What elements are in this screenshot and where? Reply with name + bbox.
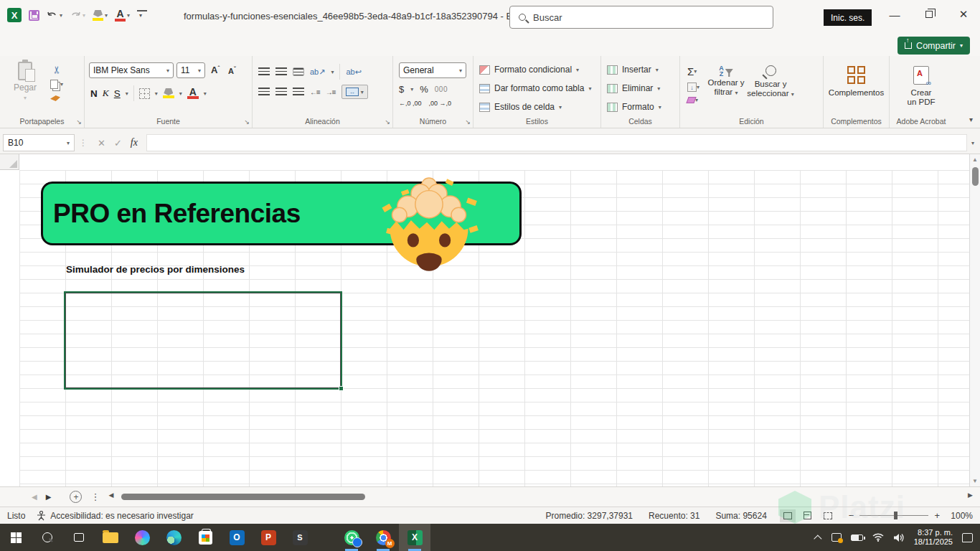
horizontal-scroll-thumb[interactable] [121,494,365,500]
cancel-icon[interactable]: ✕ [98,138,105,149]
clipboard-dialog-launcher[interactable]: ↘ [76,118,82,126]
scroll-up-icon[interactable]: ▲ [970,156,980,163]
excel-logo-icon[interactable]: X [7,8,22,22]
enter-icon[interactable]: ✓ [114,138,122,149]
align-center-button[interactable] [275,88,287,96]
wrap-text-button[interactable]: ab↩ [346,67,361,77]
previous-sheet-icon[interactable]: ◀ [32,493,37,501]
next-sheet-icon[interactable]: ▶ [46,493,52,501]
font-name-combo[interactable]: IBM Plex Sans▾ [89,62,174,78]
insert-function-icon[interactable]: fx [131,137,138,149]
page-layout-view-button[interactable] [800,509,816,522]
decrease-indent-button[interactable]: ←≡ [310,88,320,96]
taskbar-clock[interactable]: 8:37 p. m. 18/11/2025 [914,528,953,547]
font-color-quick-button[interactable]: A ▾ [115,9,130,22]
insert-cells-button[interactable]: Insertar▾ [601,60,679,79]
increase-indent-button[interactable]: →≡ [326,88,336,96]
copy-button[interactable]: ▾ [50,80,63,89]
restore-button[interactable] [913,0,946,29]
font-color-button[interactable]: A [187,88,199,99]
align-middle-button[interactable] [275,67,287,76]
collapse-ribbon-icon[interactable]: ▾ [969,116,973,123]
vertical-scrollbar[interactable]: ▲ ▼ [969,154,980,486]
zoom-level[interactable]: 100% [946,511,973,521]
undo-button[interactable]: ▾ [47,10,62,20]
sheet-cells-area[interactable]: PRO en Referencias [19,170,969,486]
edge-button[interactable] [158,524,189,551]
increase-decimal-button[interactable]: ←,0 ,00 [399,100,422,107]
sheet-options-icon[interactable]: ⋮ [86,487,105,507]
number-format-combo[interactable]: General▾ [399,62,466,78]
align-bottom-button[interactable] [293,67,304,76]
clear-button[interactable]: ▾ [687,97,699,103]
currency-format-button[interactable]: $ [399,84,404,95]
status-sum[interactable]: Suma: 95624 [715,511,766,521]
status-average[interactable]: Promedio: 3297,37931 [546,511,633,521]
customize-qat-icon[interactable] [137,10,147,20]
normal-view-button[interactable] [780,509,796,522]
scroll-down-icon[interactable]: ▼ [970,478,980,484]
merge-center-button[interactable]: ↔▾ [341,85,368,99]
format-as-table-button[interactable]: Dar formato como tabla▾ [473,79,600,98]
sign-in-button[interactable]: Inic. ses. [824,9,872,26]
zoom-slider-thumb[interactable] [894,512,897,519]
decrease-decimal-button[interactable]: ,00 →,0 [429,100,452,107]
percent-format-button[interactable]: % [420,84,428,95]
orientation-button[interactable]: ab↗ [310,67,325,77]
fill-color-button[interactable] [163,88,174,98]
chrome-button[interactable] [367,524,399,551]
save-icon[interactable] [29,10,39,21]
s-app-button[interactable]: S [284,524,316,551]
font-size-combo[interactable]: 11▾ [176,62,205,78]
formula-input[interactable] [146,134,967,151]
scroll-left-icon[interactable]: ◀ [108,491,113,499]
vertical-scroll-thumb[interactable] [972,167,979,186]
decrease-font-button[interactable]: Aˇ [225,65,239,75]
select-all-corner[interactable] [0,154,19,170]
notification-app-icon[interactable] [831,533,842,542]
redo-button[interactable]: ▾ [70,10,85,20]
name-box[interactable]: B10▾ [3,134,75,151]
align-left-button[interactable] [258,88,270,96]
close-button[interactable]: ✕ [947,0,980,29]
hidden-icons-chevron[interactable] [814,534,821,542]
align-top-button[interactable] [258,67,270,76]
powerpoint-button[interactable]: P [253,524,284,551]
cut-button[interactable]: ✂ [51,61,62,74]
comma-format-button[interactable]: 000 [435,85,448,93]
number-dialog-launcher[interactable]: ↘ [465,118,471,126]
horizontal-scrollbar[interactable]: ◀ ▶ [108,494,973,500]
microsoft-store-button[interactable] [189,524,221,551]
align-right-button[interactable] [293,88,304,96]
start-button[interactable] [0,524,32,551]
cell-styles-button[interactable]: Estilos de celda▾ [473,98,600,116]
zoom-out-button[interactable]: − [849,510,854,521]
conditional-format-button[interactable]: Formato condicional▾ [473,60,600,79]
paste-button[interactable]: Pegar ▾ [9,62,42,113]
taskbar-search-button[interactable] [32,524,63,551]
new-sheet-button[interactable]: + [70,491,82,503]
alignment-dialog-launcher[interactable]: ↘ [385,118,390,126]
format-cells-button[interactable]: Formato▾ [601,98,679,116]
italic-button[interactable]: K [103,88,109,99]
search-box[interactable]: Buscar [509,6,773,29]
fill-color-quick-button[interactable]: ▾ [93,10,108,21]
addins-button[interactable]: Complementos [824,60,889,98]
volume-icon[interactable] [893,533,905,542]
wifi-icon[interactable] [872,533,884,542]
zoom-slider[interactable] [859,515,928,516]
battery-icon[interactable] [851,534,863,541]
accessibility-status[interactable]: Accesibilidad: es necesario investigar [37,511,193,521]
create-pdf-button[interactable]: Crearun PDF [890,60,953,107]
autosum-button[interactable]: Σ▾ [687,65,699,77]
minimize-button[interactable]: — [878,0,911,29]
scroll-right-icon[interactable]: ▶ [968,491,973,499]
share-button[interactable]: Compartir ▾ [897,37,970,55]
task-view-button[interactable] [63,524,95,551]
copilot-button[interactable] [126,524,158,551]
outlook-button[interactable]: O [221,524,253,551]
delete-cells-button[interactable]: Eliminar▾ [601,79,679,98]
action-center-icon[interactable] [962,533,973,542]
status-count[interactable]: Recuento: 31 [649,511,699,521]
screen-share-app-button[interactable] [336,524,367,551]
